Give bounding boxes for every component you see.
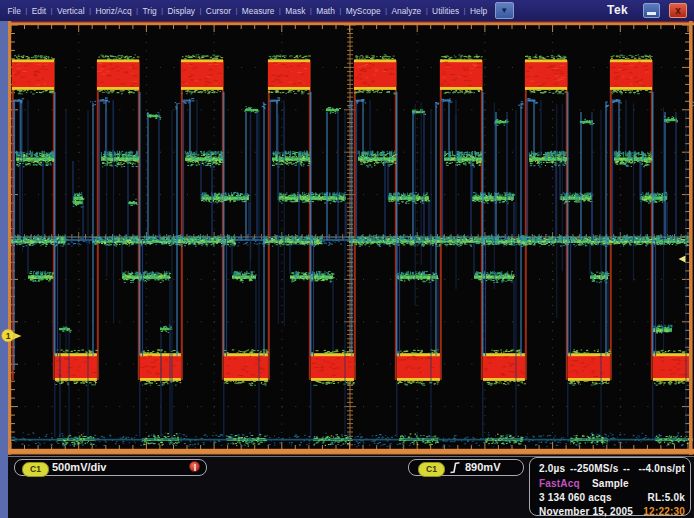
svg-text:1: 1: [6, 331, 11, 341]
